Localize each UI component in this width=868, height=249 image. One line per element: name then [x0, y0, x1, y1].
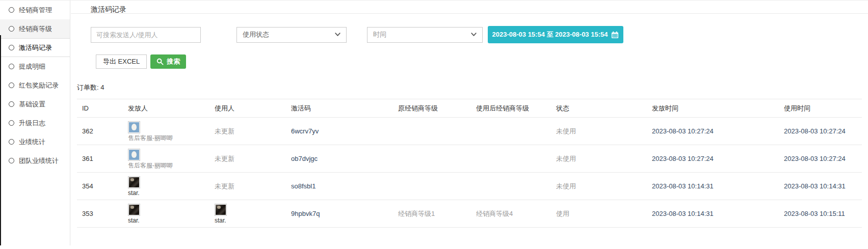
cell-id: 362 [77, 118, 128, 145]
cell-send-time: 2023-08-03 10:27:24 [652, 118, 784, 145]
column-header: 激活码 [291, 99, 398, 118]
status-select[interactable]: 使用状态 [236, 27, 347, 43]
radio-circle-icon [9, 45, 14, 50]
person-cell-content: star. [128, 204, 215, 224]
cell-original-level: 经销商等级1 [398, 200, 476, 228]
sidebar-item[interactable]: 业绩统计 [0, 132, 70, 151]
table-row: 362售后客服-丽唧唧未更新6wcrv7yv未使用2023-08-03 10:2… [77, 118, 862, 145]
cell-user: 未更新 [215, 173, 291, 200]
cell-activation-code: so8fsbl1 [291, 173, 398, 200]
person-cell-content: 售后客服-丽唧唧 [128, 121, 215, 141]
sidebar: 经销商管理经销商等级激活码记录提成明细红包奖励记录基础设置升级日志业绩统计团队业… [0, 1, 70, 245]
time-select-value: 时间 [373, 30, 386, 39]
search-button-label: 搜索 [167, 57, 180, 66]
column-header: 使用时间 [784, 99, 862, 118]
cell-activation-code: ob7dvjgc [291, 145, 398, 173]
cell-use-time: 2023-08-03 10:27:24 [784, 118, 862, 145]
radio-circle-icon [9, 120, 14, 126]
radio-circle-icon [9, 158, 14, 163]
radio-circle-icon [9, 7, 14, 13]
avatar [128, 149, 140, 161]
cell-status: 使用 [556, 200, 652, 228]
radio-circle-icon [9, 64, 14, 69]
cell-id: 353 [77, 200, 128, 228]
radio-circle-icon [9, 139, 14, 145]
cell-original-level [398, 118, 476, 145]
sidebar-item[interactable]: 经销商等级 [0, 19, 70, 38]
table-header-row: ID发放人使用人激活码原经销商等级使用后经销商等级状态发放时间使用时间 [77, 99, 862, 118]
sidebar-item[interactable]: 红包奖励记录 [0, 76, 70, 95]
sidebar-item-label: 业绩统计 [19, 137, 45, 147]
person-cell-content: star. [215, 204, 291, 224]
sidebar-item[interactable]: 经销商管理 [0, 1, 70, 19]
person-cell-content: star. [128, 176, 215, 196]
column-header: ID [77, 99, 128, 118]
cell-user: 未更新 [215, 145, 291, 173]
cell-user: star. [215, 200, 291, 228]
person-name: star. [215, 217, 291, 224]
avatar [215, 204, 227, 216]
cell-sender: star. [128, 200, 215, 228]
cell-use-time: 2023-08-03 10:27:24 [784, 145, 862, 173]
cell-user: 未更新 [215, 118, 291, 145]
column-header: 使用人 [215, 99, 291, 118]
main-content: 激活码记录 使用状态 时间 2023-08-03 15:54 至 2023-08… [71, 1, 868, 228]
sidebar-item-label: 团队业绩统计 [19, 156, 59, 165]
title-bar: 激活码记录 [71, 1, 868, 14]
chevron-down-icon [335, 33, 340, 37]
sidebar-item[interactable]: 激活码记录 [0, 38, 70, 57]
sidebar-item[interactable]: 提成明细 [0, 57, 70, 76]
search-button[interactable]: 搜索 [150, 54, 186, 69]
column-header: 状态 [556, 99, 652, 118]
cell-original-level [398, 173, 476, 200]
cell-status: 未使用 [556, 145, 652, 173]
sidebar-item[interactable]: 基础设置 [0, 95, 70, 114]
sidebar-item[interactable]: 升级日志 [0, 114, 70, 132]
person-name: star. [128, 217, 215, 224]
page: 经销商管理经销商等级激活码记录提成明细红包奖励记录基础设置升级日志业绩统计团队业… [0, 0, 868, 249]
page-title: 激活码记录 [91, 5, 126, 13]
radio-circle-icon [9, 26, 14, 32]
cell-use-time: 2023-08-03 10:15:11 [784, 200, 862, 228]
status-select-value: 使用状态 [243, 30, 269, 39]
sidebar-item-label: 红包奖励记录 [19, 81, 59, 90]
cell-after-level [476, 173, 556, 200]
column-header: 发放人 [128, 99, 215, 118]
order-count-value: 4 [100, 84, 104, 91]
search-input[interactable] [91, 27, 201, 43]
sidebar-item-label: 经销商等级 [19, 24, 52, 34]
table-body: 362售后客服-丽唧唧未更新6wcrv7yv未使用2023-08-03 10:2… [77, 118, 862, 228]
sidebar-item-label: 升级日志 [19, 119, 45, 128]
cell-status: 未使用 [556, 118, 652, 145]
table-row: 354star.未更新so8fsbl1未使用2023-08-03 10:14:3… [77, 173, 862, 200]
person-name: 售后客服-丽唧唧 [128, 162, 215, 169]
chevron-down-icon [471, 33, 477, 37]
cell-use-time: 2023-08-03 10:14:31 [784, 173, 862, 200]
sidebar-item-label: 经销商管理 [19, 6, 52, 15]
sidebar-menu: 经销商管理经销商等级激活码记录提成明细红包奖励记录基础设置升级日志业绩统计团队业… [0, 1, 70, 170]
table-row: 353star.star.9hpbvk7q经销商等级1经销商等级4使用2023-… [77, 200, 862, 228]
person-name: 售后客服-丽唧唧 [128, 135, 215, 141]
date-range-button[interactable]: 2023-08-03 15:54 至 2023-08-03 15:54 [488, 26, 623, 43]
order-count-label: 订单数: [77, 84, 99, 91]
search-icon [156, 58, 164, 65]
cell-id: 361 [77, 145, 128, 173]
column-header: 发放时间 [652, 99, 784, 118]
cell-sender: 售后客服-丽唧唧 [128, 118, 215, 145]
avatar [128, 176, 140, 188]
cell-status: 未使用 [556, 173, 652, 200]
time-select[interactable]: 时间 [367, 27, 483, 43]
cell-sender: 售后客服-丽唧唧 [128, 145, 215, 173]
export-excel-button[interactable]: 导出 EXCEL [96, 54, 147, 69]
avatar [128, 204, 140, 216]
sidebar-left-accent-line [0, 35, 1, 245]
sidebar-item-label: 基础设置 [19, 100, 45, 109]
cell-send-time: 2023-08-03 10:27:24 [652, 145, 784, 173]
order-count: 订单数: 4 [77, 83, 868, 92]
sidebar-item-label: 激活码记录 [19, 43, 52, 52]
radio-circle-icon [9, 82, 14, 88]
person-name: star. [128, 190, 215, 196]
column-header: 使用后经销商等级 [476, 99, 556, 118]
sidebar-item[interactable]: 团队业绩统计 [0, 151, 70, 170]
cell-after-level: 经销商等级4 [476, 200, 556, 228]
